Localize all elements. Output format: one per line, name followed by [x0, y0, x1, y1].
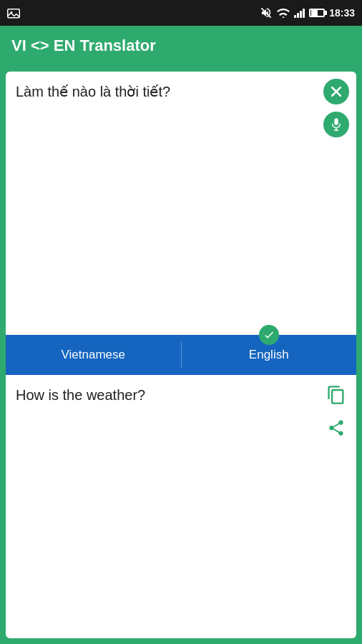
- output-panel: How is the weather?: [6, 375, 356, 638]
- english-lang-wrapper: English: [182, 335, 357, 375]
- mic-button[interactable]: [323, 112, 349, 137]
- signal-bars: [294, 8, 305, 18]
- svg-rect-5: [334, 118, 338, 125]
- battery-indicator: [309, 9, 325, 17]
- output-icons: [323, 382, 349, 441]
- language-bar: Vietnamese English: [6, 335, 356, 375]
- vietnamese-lang-button[interactable]: Vietnamese: [6, 335, 181, 375]
- checkmark-icon: [263, 329, 275, 341]
- copy-button[interactable]: [323, 382, 349, 408]
- svg-rect-0: [8, 9, 20, 18]
- mic-icon: [331, 117, 342, 132]
- english-label: English: [249, 348, 289, 362]
- app-bar: VI <> EN Translator: [0, 26, 362, 66]
- app-title: VI <> EN Translator: [11, 36, 156, 55]
- main-content: Làm thế nào là thời tiết? Vietnamese: [0, 66, 362, 644]
- status-time: 18:33: [329, 7, 355, 19]
- vietnamese-label: Vietnamese: [62, 348, 125, 362]
- input-text: Làm thế nào là thời tiết?: [16, 84, 170, 99]
- input-icons: [323, 79, 349, 137]
- wifi-icon: [277, 8, 290, 18]
- status-left: [7, 7, 20, 19]
- output-text: How is the weather?: [16, 387, 145, 403]
- muted-icon: [260, 7, 273, 19]
- active-lang-badge: [259, 325, 279, 345]
- close-icon: [331, 87, 341, 97]
- status-right: 18:33: [260, 7, 355, 19]
- status-bar: 18:33: [0, 0, 362, 26]
- share-icon: [327, 419, 346, 437]
- share-button[interactable]: [323, 415, 349, 441]
- copy-icon: [326, 385, 346, 405]
- gallery-icon: [7, 7, 20, 19]
- clear-button[interactable]: [323, 79, 349, 104]
- input-panel[interactable]: Làm thế nào là thời tiết?: [6, 72, 356, 335]
